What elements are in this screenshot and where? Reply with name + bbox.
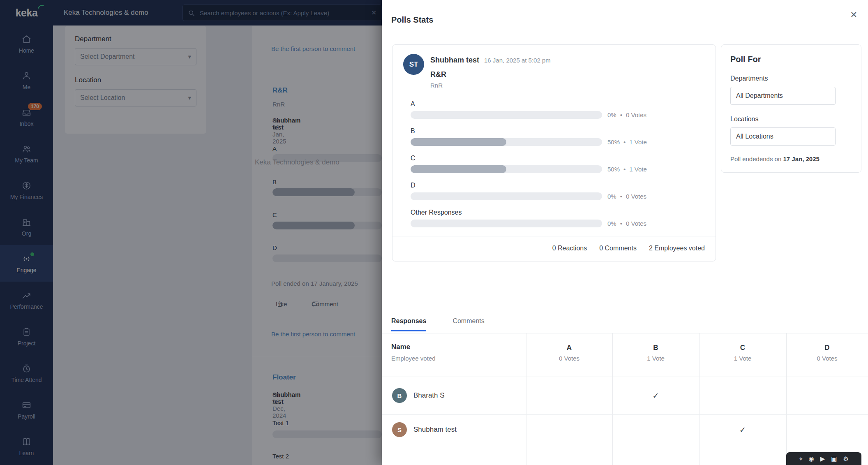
option-bar [411,138,602,146]
option-label: C [411,155,705,162]
reactions-count[interactable]: 0 Reactions [552,245,587,252]
column-label: C [699,344,786,352]
vote-cell-c: ✓ [699,414,786,445]
column-votes: 0 Votes [786,355,868,362]
column-header-d: D 0 Votes [786,344,868,362]
poll-timestamp: 16 Jan, 2025 at 5:02 pm [484,57,551,64]
locations-value-box[interactable]: All Locations [730,127,836,146]
close-icon[interactable]: ✕ [850,10,857,20]
option-label: A [411,100,705,108]
avatar: B [392,388,407,403]
dot-separator: • [620,111,622,118]
poll-ends-text: Poll endedends on 17 Jan, 2025 [730,155,852,162]
column-label: A [526,344,612,352]
tab-comments[interactable]: Comments [452,317,484,331]
app-page: Keka Technologies & demo ✕ keka Home Me [0,0,868,465]
poll-subtitle: RnR [430,82,551,89]
camera-icon[interactable]: ◉ [809,455,814,463]
avatar: S [392,422,407,437]
avatar: ST [403,54,424,75]
vote-cell-b: ✓ [612,377,699,414]
name-subheader-label: Employee voted [391,355,436,362]
poll-author-name: Shubham test [430,56,479,65]
departments-value-box[interactable]: All Departments [730,87,836,105]
column-label: D [786,344,868,352]
option-percent: 0% [607,193,616,200]
poll-for-title: Poll For [730,55,852,64]
column-votes: 1 Vote [699,355,786,362]
dot-separator: • [623,139,626,146]
poll-title: R&R [430,70,551,79]
option-votes: 0 Votes [626,111,646,118]
vote-cell-d [786,414,868,445]
option-votes: 0 Votes [626,220,646,227]
employee-name: Bharath S [413,391,445,400]
poll-for-card: Poll For Departments All Departments Loc… [721,44,861,173]
column-header-c: C 1 Vote [699,344,786,362]
column-header-a: A 0 Votes [526,344,612,362]
option-votes: 0 Votes [626,193,646,200]
poll-ends-date: 17 Jan, 2025 [783,155,819,162]
table-row[interactable]: B Bharath S ✓ [382,377,868,415]
vote-cell-a [526,414,612,445]
option-label: B [411,127,705,135]
option-votes: 1 Vote [629,166,647,173]
option-percent: 0% [607,220,616,227]
window-icon[interactable]: ▣ [831,455,837,463]
option-bar [411,192,602,200]
option-percent: 50% [607,166,620,173]
poll-option: A 0% • 0 Votes [411,100,705,119]
poll-option: B 50% • 1 Vote [411,127,705,146]
column-label: B [612,344,699,352]
column-votes: 0 Votes [526,355,612,362]
vote-cell-c [699,377,786,414]
option-percent: 0% [607,111,616,118]
table-row[interactable]: S Shubham test ✓ [382,414,868,445]
capture-toolbar: ⌖ ◉ ▶ ▣ ⚙ [786,452,861,465]
column-votes: 1 Vote [612,355,699,362]
dot-separator: • [620,220,622,227]
vote-cell-b [612,414,699,445]
locations-label: Locations [730,116,852,123]
option-label: Other Responses [411,209,705,216]
poll-header: ST Shubham test 16 Jan, 2025 at 5:02 pm … [403,54,705,89]
option-bar [411,111,602,119]
poll-ends-prefix: Poll endedends on [730,155,781,162]
dot-separator: • [620,193,622,200]
tabs-divider [382,333,868,333]
option-votes: 1 Vote [629,139,647,146]
polls-stats-modal: Polls Stats ✕ ST Shubham test 16 Jan, 20… [382,0,868,465]
vote-cell-d [786,377,868,414]
tab-responses[interactable]: Responses [391,317,426,331]
poll-option: D 0% • 0 Votes [411,182,705,200]
settings-icon[interactable]: ⚙ [843,455,848,463]
name-column-header: Name Employee voted [391,343,436,362]
employees-voted-count[interactable]: 2 Employees voted [649,245,705,252]
comments-count[interactable]: 0 Comments [599,245,637,252]
option-percent: 50% [607,139,620,146]
poll-options: A 0% • 0 Votes B 5 [411,100,705,227]
departments-label: Departments [730,75,852,82]
option-label: D [411,182,705,189]
target-icon[interactable]: ⌖ [799,455,802,463]
option-bar [411,165,602,173]
vote-cell-a [526,377,612,414]
dot-separator: • [623,166,626,173]
responses-comments-tabs: Responses Comments [391,317,485,331]
poll-option: Other Responses 0% • 0 Votes [411,209,705,227]
modal-title: Polls Stats [391,15,433,25]
record-icon[interactable]: ▶ [820,455,825,463]
poll-option: C 50% • 1 Vote [411,155,705,173]
poll-summary-card: ST Shubham test 16 Jan, 2025 at 5:02 pm … [392,44,716,261]
name-header-label: Name [391,343,436,351]
option-bar [411,220,602,227]
employee-name: Shubham test [413,426,457,434]
column-header-b: B 1 Vote [612,344,699,362]
